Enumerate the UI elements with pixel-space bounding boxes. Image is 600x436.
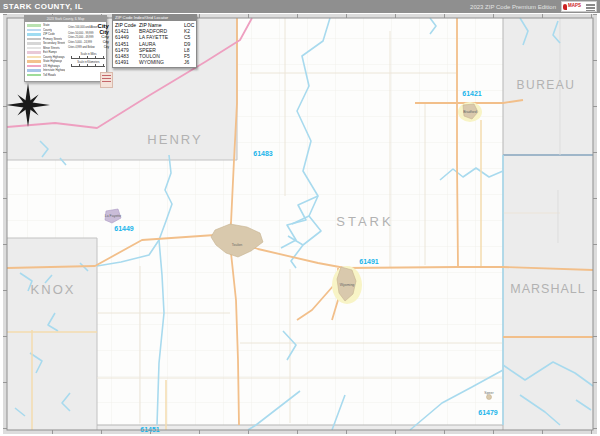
legend-swatch [27,33,41,36]
legend-swatch [27,47,41,50]
table-cell: 61491 [115,59,139,65]
legend-item: Toll Roads [27,73,65,78]
county-label-bureau: BUREAU [516,78,575,92]
page-title: STARK COUNTY, IL [3,2,83,11]
zip-label-61479: 61479 [478,409,498,416]
legend-box: 2023 Stark County, IL Map State County Z… [24,15,107,82]
legend-swatch [27,51,41,54]
town-label-toulon: Toulon [232,243,242,247]
marketmaps-logo: MAPS [561,1,597,12]
legend-swatch [27,38,41,41]
legend-swatch [27,24,41,27]
map-page: STARK COUNTY, IL 2023 ZIP Code Premium E… [0,0,600,436]
town-speer [487,395,492,400]
town-label-bradford: Bradford [463,110,476,114]
legend-swatch [27,69,41,72]
zip-label-61421: 61421 [462,90,482,97]
legend-swatch [27,56,41,59]
town-label-la-fayette: La Fayette [105,214,122,218]
city-sample: City [104,45,109,49]
logo-text: MAPS [568,4,581,9]
scale-bar-miles-rule [71,56,105,59]
county-label-stark: STARK [336,214,393,229]
scale-bar-miles: Scale in Miles [68,53,109,59]
county-label-marshall: MARSHALL [510,282,585,296]
legend-city-column: Cities 100,000 and AboveCity Cities 50,0… [68,23,109,77]
scale-bar-km: Scale in Kilometers [68,61,109,67]
header-bar: STARK COUNTY, IL 2023 ZIP Code Premium E… [0,0,600,13]
scale-bar-km-rule [71,64,105,67]
zip-label-61483: 61483 [253,150,273,157]
legend-swatch [27,42,41,45]
table-cell: WYOMING [139,59,184,65]
county-label-henry: HENRY [147,132,202,147]
zip-index-table: ZIP Code Index/Grid Locator ZIP Code ZIP… [112,14,197,68]
logo-pin-icon [563,4,567,10]
town-label-speer: Speer [484,391,494,395]
legend-swatch [27,74,41,77]
city-sample: City [103,40,109,44]
adjacent-zip-label-box [100,72,113,88]
edition-label: 2023 ZIP Code Premium Edition [470,4,556,10]
zip-label-61449: 61449 [114,225,134,232]
logo-sticker [586,3,595,11]
legend-swatch [27,60,41,63]
legend-symbol-column: State County ZIP Code Primary Streets Se… [27,23,65,77]
legend-swatch [27,29,41,32]
city-sample: City [101,34,109,39]
legend-swatch [27,65,41,68]
table-cell: J6 [184,59,196,65]
city-class-row: Cities 4,999 and BelowCity [68,45,109,51]
town-label-wyoming: Wyoming [340,283,355,287]
zip-label-61491: 61491 [359,258,379,265]
county-label-knox: KNOX [31,282,76,297]
